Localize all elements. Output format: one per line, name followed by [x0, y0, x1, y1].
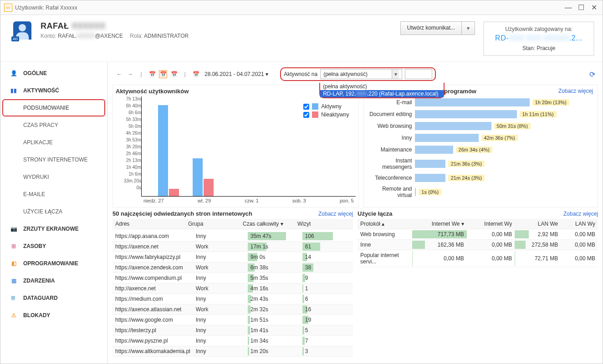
- sidebar-item-label: PODSUMOWANIE: [23, 105, 69, 111]
- toolbar: ← → | 📅 📅 📅 | 📅 28.06.2021 - 04.07.2021 …: [112, 64, 598, 85]
- activity-chart-panel: Aktywność użytkowników 7h 13m6h 40m6h 6m…: [112, 85, 359, 207]
- programs-more-link[interactable]: Zobacz więcej: [558, 88, 593, 94]
- chevron-down-icon[interactable]: ▾: [461, 22, 475, 35]
- table-row[interactable]: http://axence.netWork4m 16s1: [112, 283, 353, 294]
- sites-more-link[interactable]: Zobacz więcej: [318, 211, 353, 217]
- sidebar-item[interactable]: E-MAILE: [2, 186, 105, 203]
- table-row[interactable]: https://www.pyszne.plInny1m 34s7: [112, 336, 353, 346]
- sidebar: 👤OGÓLNE▮▮AKTYWNOŚĆPODSUMOWANIECZAS PRACY…: [0, 62, 108, 364]
- sidebar-item[interactable]: ▮▮AKTYWNOŚĆ: [2, 82, 105, 99]
- table-row[interactable]: https://testerzy.plInny1m 41s5: [112, 325, 353, 336]
- bars-icon: ▮▮: [10, 87, 18, 94]
- logged-host[interactable]: RD-XXX XXX XXXXX.2...: [495, 34, 583, 42]
- sidebar-item[interactable]: ⛨DATAGUARD: [2, 289, 105, 307]
- sidebar-item[interactable]: 👤OGÓLNE: [2, 65, 105, 82]
- program-row: Teleconference21m 24s (3%): [367, 174, 595, 182]
- shield-icon: ⛨: [10, 295, 18, 301]
- program-row: Web browsing50m 31s (8%): [367, 122, 595, 130]
- program-row: Instant messengers21m 36s (3%): [367, 157, 595, 170]
- activity-dropdown: (pełna aktywność) RD-LAP, 192.XXX.220 (R…: [319, 83, 445, 98]
- x-axis: niedz. 27wt. 29czw. 1sob. 3pon. 5: [142, 198, 356, 203]
- week-view-button[interactable]: 📅: [159, 70, 167, 78]
- sidebar-item[interactable]: 📷ZRZUTY EKRANOWE: [2, 220, 105, 238]
- calendar-pick-button[interactable]: 📅: [192, 70, 200, 78]
- table-row[interactable]: https://www.compendium.plInny5m 35s9: [112, 273, 353, 283]
- sites-panel: 50 najczęściej odwiedzanych stron intern…: [112, 210, 353, 364]
- sites-table: Adres Grupa Czas całkowity ▾ Wizyt: [112, 219, 353, 229]
- table-row[interactable]: https://www.google.comInny1m 51s19: [112, 315, 353, 325]
- bar-active: [193, 158, 203, 196]
- sidebar-item[interactable]: APLIKACJE: [2, 134, 105, 151]
- activity-select[interactable]: (pełna aktywność) ▾: [320, 69, 402, 79]
- sidebar-item-label: E-MAILE: [23, 191, 45, 197]
- sidebar-item[interactable]: ▦ZDARZENIA: [2, 272, 105, 289]
- day-view-button[interactable]: 📅: [148, 70, 156, 78]
- sidebar-item-label: DATAGUARD: [23, 295, 58, 301]
- sidebar-item-label: WYDRUKI: [23, 174, 49, 180]
- user-block: RAFAŁ XXXXXX Konto: RAFAŁ.XXXXX@AXENCE R…: [41, 21, 194, 39]
- forward-button[interactable]: →: [126, 70, 134, 78]
- table-row[interactable]: Web browsing717,73 MB0,00 MB2,92 MB0,00 …: [358, 229, 598, 240]
- user-icon: 👤: [10, 70, 18, 76]
- sidebar-item[interactable]: ⚠BLOKADY: [2, 307, 105, 324]
- user-meta: Konto: RAFAŁ.XXXXX@AXENCE Rola: ADMINIST…: [41, 33, 194, 39]
- minimize-button[interactable]: —: [563, 3, 573, 13]
- back-button[interactable]: ←: [115, 70, 123, 78]
- programs-panel: ie programów Zobacz więcej E-mail1h 20m …: [363, 85, 598, 207]
- program-row: Inny42m 36s (7%): [367, 134, 595, 142]
- sidebar-item[interactable]: WYDRUKI: [2, 168, 105, 186]
- sidebar-item[interactable]: UŻYCIE ŁĄCZA: [2, 203, 105, 220]
- header-actions: Utwórz komunikat... ▾ Użytkownik zalogow…: [400, 21, 594, 56]
- bandwidth-more-link[interactable]: Zobacz więcej: [563, 211, 598, 217]
- sidebar-item[interactable]: ◧OPROGRAMOWANIE: [2, 255, 105, 272]
- sidebar-item-label: UŻYCIE ŁĄCZA: [23, 208, 62, 215]
- table-row[interactable]: Popular internet servi...0,00 MB0,00 MB7…: [358, 250, 598, 267]
- date-range[interactable]: 28.06.2021 - 04.07.2021 ▾: [204, 71, 268, 77]
- ad-badge: AD: [11, 36, 19, 41]
- user-name: RAFAŁ XXXXXX: [41, 21, 194, 31]
- legend-active-checkbox[interactable]: [303, 104, 309, 110]
- sidebar-item[interactable]: STRONY INTERNETOWE: [2, 151, 105, 168]
- close-button[interactable]: ✕: [589, 3, 599, 13]
- grid-icon: ⊞: [10, 243, 18, 249]
- sidebar-item-label: CZAS PRACY: [23, 122, 58, 128]
- user-header: AD RAFAŁ XXXXXX Konto: RAFAŁ.XXXXX@AXENC…: [0, 15, 603, 62]
- refresh-button[interactable]: ⟳: [589, 70, 595, 79]
- bandwidth-panel: Użycie łącza Zobacz więcej Protokół ▴ In…: [358, 210, 598, 364]
- table-row[interactable]: https://axence.zendesk.comWork6m 38s38: [112, 263, 353, 273]
- table-row[interactable]: https://medium.comInny2m 43s6: [112, 294, 353, 304]
- avatar: AD: [13, 21, 31, 40]
- sidebar-item-label: ZRZUTY EKRANOWE: [23, 226, 79, 232]
- program-row: Remote and virtual1s (0%): [367, 186, 595, 198]
- sidebar-item[interactable]: ⊞ZASOBY: [2, 238, 105, 255]
- sidebar-item-label: ZDARZENIA: [23, 278, 55, 284]
- activity-filter: Aktywność na (pełna aktywność) ▾ (pełna …: [280, 67, 436, 81]
- table-row[interactable]: https://axence.atlassian.netWork2m 32s16: [112, 304, 353, 315]
- table-row[interactable]: Inne162,36 MB0,00 MB272,58 MB0,00 MB: [358, 240, 598, 250]
- bandwidth-table: Protokół ▴ Internet We ▾ Internet Wy LAN…: [358, 219, 598, 267]
- sidebar-item-label: STRONY INTERNETOWE: [23, 157, 88, 163]
- calendar-icon: ▦: [10, 278, 18, 284]
- legend: Aktywny Nieaktywny: [303, 103, 349, 120]
- warning-icon: ⚠: [10, 312, 18, 318]
- program-row: Maintenance26m 34s (4%): [367, 146, 595, 154]
- dropdown-option-selected[interactable]: RD-LAP, 192.XXX.220 (Rafal-Lap.axence.lo…: [320, 90, 444, 97]
- create-message-button[interactable]: Utwórz komunikat... ▾: [400, 21, 475, 35]
- chevron-down-icon[interactable]: ▾: [392, 70, 399, 79]
- sidebar-item[interactable]: PODSUMOWANIE: [2, 99, 105, 116]
- window-title: Użytkownik: Rafał Xxxxxx: [15, 5, 561, 11]
- y-axis: 7h 13m6h 40m6h 6m5h 33m5h 0m4h 26m3h 53m…: [116, 96, 141, 197]
- bar-inactive: [169, 189, 179, 196]
- maximize-button[interactable]: ☐: [576, 3, 586, 13]
- table-row[interactable]: https://axence.netWork17m 1s61: [112, 242, 353, 252]
- sidebar-item-label: ZASOBY: [23, 243, 46, 249]
- table-row[interactable]: https://www.altkomakademia.plInny1m 20s3: [112, 346, 353, 357]
- table-row[interactable]: https://www.fabrykapizzy.plInny9m 0s14: [112, 252, 353, 263]
- camera-icon: 📷: [10, 226, 18, 232]
- month-view-button[interactable]: 📅: [170, 70, 178, 78]
- legend-inactive-checkbox[interactable]: [303, 112, 309, 118]
- dropdown-option[interactable]: (pełna aktywność): [320, 83, 444, 90]
- sidebar-item[interactable]: CZAS PRACY: [2, 116, 105, 134]
- table-row[interactable]: https://app.asana.comInny35m 47s106: [112, 231, 353, 242]
- program-row: Document editing1h 11m (11%): [367, 110, 595, 118]
